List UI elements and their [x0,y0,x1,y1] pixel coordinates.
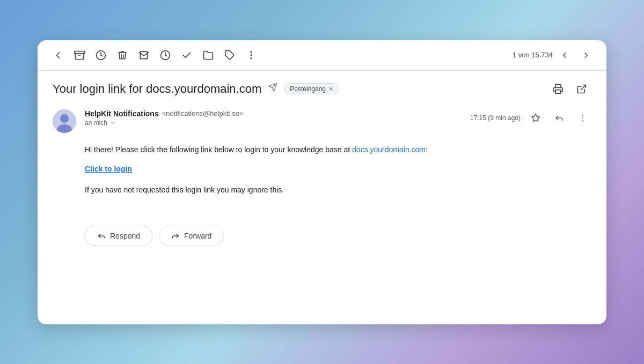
to-text: an mich [85,119,107,127]
action-buttons: Respond Forward [38,226,606,261]
email-body: Hi there! Please click the following lin… [38,139,606,226]
toolbar: 1 von 15.734 [38,40,606,71]
dropdown-chevron-icon [109,120,116,126]
task-button[interactable] [177,46,196,65]
email-timestamp: 17:15 (9 min ago) [470,114,521,122]
label-close-icon[interactable]: × [329,85,333,93]
reply-button[interactable] [551,109,568,127]
delete-button[interactable] [113,46,132,65]
pagination: 1 von 15.734 [513,46,596,65]
svg-point-18 [582,117,583,118]
svg-point-8 [250,57,252,59]
sender-name-row: HelpKit Notifications <notifications@hel… [85,109,462,118]
more-options-button[interactable] [241,46,261,65]
archive-button[interactable] [70,46,89,65]
svg-marker-16 [532,114,540,121]
pagination-text: 1 von 15.734 [513,51,553,59]
login-link[interactable]: Click to login [85,165,132,173]
svg-point-17 [582,114,583,115]
svg-point-14 [60,114,69,123]
mark-unread-button[interactable] [134,46,153,65]
svg-point-19 [582,120,583,121]
forward-label: Forward [184,232,211,240]
sender-email: <notifications@helpkit.so> [162,109,244,117]
forward-button[interactable]: Forward [159,226,224,246]
sender-name: HelpKit Notifications [85,109,159,118]
snooze-button[interactable] [91,46,111,65]
svg-rect-0 [75,51,84,53]
to-row[interactable]: an mich [85,119,462,127]
history-button[interactable] [156,46,175,65]
sender-meta: 17:15 (9 min ago) [470,109,591,127]
forward-icon [171,232,180,240]
subject-actions [548,79,591,99]
sender-row: HelpKit Notifications <notifications@hel… [38,103,606,139]
svg-point-6 [250,51,252,53]
email-subject: Your login link for docs.yourdomain.com [53,82,261,96]
label-button[interactable] [220,46,239,65]
prev-email-button[interactable] [555,46,574,65]
sender-avatar [53,109,76,133]
respond-icon [97,232,106,240]
subject-row: Your login link for docs.yourdomain.com … [38,71,606,103]
domain-link[interactable]: docs.yourdomain.com [352,145,426,154]
send-icon [268,83,277,95]
back-button[interactable] [48,46,68,65]
move-button[interactable] [199,46,218,65]
respond-button[interactable]: Respond [85,226,152,246]
sender-more-options-button[interactable] [574,109,591,127]
ignore-text: If you have not requested this login lin… [85,184,591,196]
inbox-label-badge[interactable]: Posteingang × [284,83,339,94]
svg-line-12 [581,85,586,90]
next-email-button[interactable] [576,46,596,65]
label-badge-text: Posteingang [290,85,326,93]
svg-point-7 [250,54,252,56]
open-in-new-button[interactable] [572,79,591,99]
body-intro-text: Hi there! Please click the following lin… [85,144,591,155]
sender-info: HelpKit Notifications <notifications@hel… [85,109,462,127]
star-button[interactable] [527,109,544,127]
respond-label: Respond [110,232,140,240]
print-button[interactable] [548,79,568,99]
svg-rect-11 [555,90,561,93]
email-card: 1 von 15.734 Your login link for docs.yo… [38,40,606,324]
